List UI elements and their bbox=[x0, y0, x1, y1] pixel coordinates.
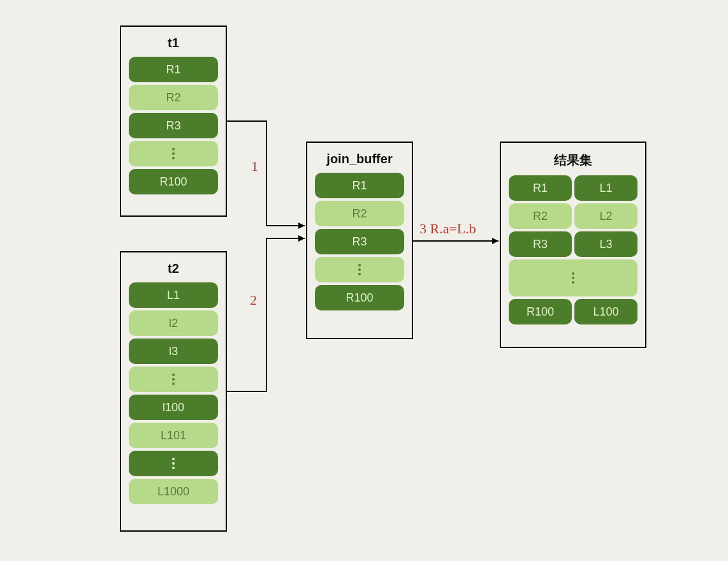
result-left: R100 bbox=[509, 299, 572, 324]
vdots-icon bbox=[129, 451, 218, 476]
diagram-stage: t1 R1R2R3R100 t2 L1l2l3l100L101L1000 joi… bbox=[0, 0, 728, 561]
box-t1: t1 R1R2R3R100 bbox=[120, 26, 227, 217]
data-row: R2 bbox=[129, 85, 218, 110]
vdots-icon bbox=[509, 259, 637, 296]
result-row: R2L2 bbox=[509, 203, 637, 229]
data-row: R100 bbox=[315, 285, 404, 310]
edge-3-label: 3 R.a=L.b bbox=[419, 221, 476, 237]
result-left: R1 bbox=[509, 175, 572, 201]
result-row: R1L1 bbox=[509, 175, 637, 201]
box-t2: t2 L1l2l3l100L101L1000 bbox=[120, 251, 227, 532]
result-left: R2 bbox=[509, 203, 572, 229]
data-row: l100 bbox=[129, 395, 218, 420]
box-join-buffer-title: join_buffer bbox=[307, 152, 412, 166]
box-t1-title: t1 bbox=[121, 36, 226, 50]
box-t2-rows: L1l2l3l100L101L1000 bbox=[121, 282, 226, 512]
box-result-title: 结果集 bbox=[501, 152, 645, 169]
result-right: L3 bbox=[574, 231, 637, 257]
data-row: R100 bbox=[129, 169, 218, 194]
data-row: l3 bbox=[129, 339, 218, 364]
result-right: L1 bbox=[574, 175, 637, 201]
box-join-buffer-rows: R1R2R3R100 bbox=[307, 173, 412, 318]
result-right: L2 bbox=[574, 203, 637, 229]
data-row: R3 bbox=[129, 113, 218, 138]
vdots-icon bbox=[129, 367, 218, 392]
vdots-icon bbox=[129, 141, 218, 166]
result-row: R3L3 bbox=[509, 231, 637, 257]
box-join-buffer: join_buffer R1R2R3R100 bbox=[306, 142, 413, 339]
result-left: R3 bbox=[509, 231, 572, 257]
result-right: L100 bbox=[574, 299, 637, 324]
box-result: 结果集 R1L1R2L2R3L3R100L100 bbox=[500, 142, 646, 348]
vdots-icon bbox=[315, 257, 404, 282]
data-row: l2 bbox=[129, 310, 218, 336]
box-t2-title: t2 bbox=[121, 261, 226, 276]
data-row: L1000 bbox=[129, 479, 218, 504]
data-row: L1 bbox=[129, 282, 218, 308]
box-result-rows: R1L1R2L2R3L3R100L100 bbox=[501, 175, 645, 332]
edge-2 bbox=[227, 238, 305, 391]
data-row: R3 bbox=[315, 229, 404, 254]
edge-1 bbox=[227, 121, 305, 226]
edge-2-label: 2 bbox=[250, 292, 257, 309]
edge-1-label: 1 bbox=[251, 158, 258, 175]
data-row: L101 bbox=[129, 423, 218, 448]
data-row: R1 bbox=[129, 57, 218, 82]
box-t1-rows: R1R2R3R100 bbox=[121, 57, 226, 202]
data-row: R2 bbox=[315, 201, 404, 226]
data-row: R1 bbox=[315, 173, 404, 198]
result-row: R100L100 bbox=[509, 299, 637, 324]
